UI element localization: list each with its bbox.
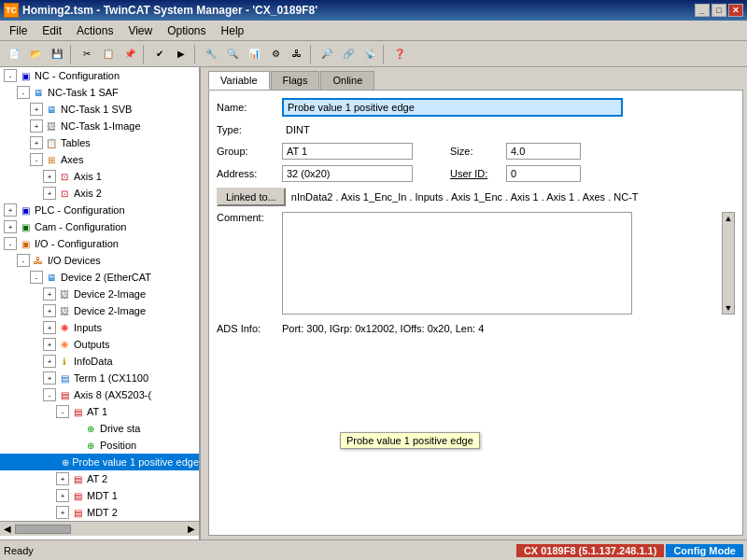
name-input[interactable] <box>282 98 623 117</box>
expander-io-devices[interactable]: - <box>17 254 30 267</box>
type-value: DINT <box>282 122 314 137</box>
right-panel: Variable Flags Online Name: Type: DINT <box>204 67 747 539</box>
maximize-button[interactable]: □ <box>712 4 726 17</box>
tree-item-device2-image1[interactable]: + 🖼 Device 2-Image <box>0 286 199 302</box>
address-input[interactable] <box>282 165 413 182</box>
hscroll-right-btn[interactable]: ▶ <box>184 524 199 534</box>
tree-item-nc-task1-svb[interactable]: + 🖥 NC-Task 1 SVB <box>0 101 199 118</box>
expander-nc-config[interactable]: - <box>4 69 17 82</box>
expander-infodata[interactable]: + <box>43 355 56 368</box>
expander-mdt2[interactable]: + <box>56 506 69 519</box>
comment-scrollbar[interactable]: ▲ ▼ <box>722 212 735 315</box>
expander-tables[interactable]: + <box>30 136 43 149</box>
expander-inputs[interactable]: + <box>43 321 56 334</box>
expander-axis8[interactable]: - <box>43 388 56 401</box>
open-btn[interactable]: 📂 <box>25 44 46 64</box>
expander-nc-task1-image[interactable]: + <box>30 119 43 133</box>
tree-hscrollbar[interactable]: ◀ ▶ <box>0 521 199 536</box>
expander-device2-image1[interactable]: + <box>43 287 56 301</box>
expander-axes[interactable]: - <box>30 153 43 166</box>
tb9[interactable]: 📊 <box>244 44 264 64</box>
expander-device2-image2[interactable]: + <box>43 304 56 317</box>
close-button[interactable]: ✕ <box>728 4 743 17</box>
tree-item-device2[interactable]: - 🖥 Device 2 (EtherCAT <box>0 269 199 286</box>
tree-item-cam-config[interactable]: + ▣ Cam - Configuration <box>0 218 199 235</box>
hscroll-left-btn[interactable]: ◀ <box>0 524 15 534</box>
tree-item-plc-config[interactable]: + ▣ PLC - Configuration <box>0 202 199 218</box>
tree-item-at2[interactable]: + ▤ AT 2 <box>0 470 199 487</box>
tree-item-at1[interactable]: - ▤ AT 1 <box>0 403 199 420</box>
comment-textarea[interactable] <box>282 212 632 315</box>
tree-item-position[interactable]: + ⊕ Position <box>0 437 199 454</box>
tree-item-io-config[interactable]: - ▣ I/O - Configuration <box>0 235 199 252</box>
paste-btn[interactable]: 📌 <box>120 44 140 64</box>
tree-item-probe-val[interactable]: + ⊕ Probe value 1 positive edge <box>0 454 199 470</box>
expander-at1[interactable]: - <box>56 405 69 418</box>
tree-item-mdt2[interactable]: + ▤ MDT 2 <box>0 504 199 521</box>
expander-axis1[interactable]: + <box>43 170 56 183</box>
cut-btn[interactable]: ✂ <box>77 44 97 64</box>
tree-item-nc-task1-saf[interactable]: - 🖥 NC-Task 1 SAF <box>0 84 199 101</box>
position-icon: ⊕ <box>83 438 98 453</box>
expander-at2[interactable]: + <box>56 472 69 485</box>
tree-item-axes[interactable]: - ⊞ Axes <box>0 151 199 168</box>
tree-item-io-devices[interactable]: - 🖧 I/O Devices <box>0 252 199 269</box>
scroll-down-btn[interactable]: ▼ <box>725 303 733 313</box>
tab-variable[interactable]: Variable <box>208 71 270 90</box>
expander-cam-config[interactable]: + <box>4 220 17 233</box>
tree-item-outputs[interactable]: + ❋ Outputs <box>0 336 199 353</box>
menu-options[interactable]: Options <box>160 22 213 39</box>
tree-item-term1[interactable]: + ▤ Term 1 (CX1100 <box>0 370 199 386</box>
tree-item-infodata[interactable]: + ℹ InfoData <box>0 353 199 370</box>
userid-input[interactable] <box>506 165 581 182</box>
tb11[interactable]: 🖧 <box>287 44 307 64</box>
tab-flags[interactable]: Flags <box>271 71 320 90</box>
drive-sta-icon: ⊕ <box>83 421 98 436</box>
menu-help[interactable]: Help <box>214 22 252 39</box>
tree-item-axis1[interactable]: + ⊡ Axis 1 <box>0 168 199 185</box>
linked-to-button[interactable]: Linked to... <box>217 188 286 206</box>
expander-io-config[interactable]: - <box>4 237 17 250</box>
minimize-button[interactable]: _ <box>695 4 710 17</box>
group-input[interactable] <box>282 143 413 160</box>
hscroll-thumb[interactable] <box>15 525 71 534</box>
tb8[interactable]: 🔍 <box>222 44 243 64</box>
expander-nc-task1-svb[interactable]: + <box>30 103 43 116</box>
tree-item-nc-task1-image[interactable]: + 🖼 NC-Task 1-Image <box>0 118 199 134</box>
tree-item-mdt1[interactable]: + ▤ MDT 1 <box>0 487 199 504</box>
tb13[interactable]: 🔗 <box>338 44 359 64</box>
tb7[interactable]: 🔧 <box>201 44 221 64</box>
tb12[interactable]: 🔎 <box>317 44 337 64</box>
tree-item-device2-image2[interactable]: + 🖼 Device 2-Image <box>0 302 199 319</box>
activate-btn[interactable]: ▶ <box>171 44 191 64</box>
expander-mdt1[interactable]: + <box>56 489 69 502</box>
expander-nc-task1-saf[interactable]: - <box>17 86 30 99</box>
tree-item-inputs[interactable]: + ❋ Inputs <box>0 319 199 336</box>
tab-online[interactable]: Online <box>320 71 374 90</box>
menu-view[interactable]: View <box>120 22 160 39</box>
expander-term1[interactable]: + <box>43 371 56 385</box>
menu-file[interactable]: File <box>2 22 35 39</box>
expander-device2[interactable]: - <box>30 271 43 284</box>
tb14[interactable]: 📡 <box>359 44 380 64</box>
tree-item-nc-config[interactable]: - ▣ NC - Configuration <box>0 67 199 84</box>
save-btn[interactable]: 💾 <box>47 44 67 64</box>
menu-edit[interactable]: Edit <box>35 22 69 39</box>
scroll-up-btn[interactable]: ▲ <box>725 214 733 223</box>
axes-icon: ⊞ <box>44 152 59 167</box>
check-btn[interactable]: ✔ <box>149 44 170 64</box>
copy-btn[interactable]: 📋 <box>98 44 119 64</box>
tree-item-tables[interactable]: + 📋 Tables <box>0 134 199 151</box>
task-svb-icon: 🖥 <box>44 102 59 117</box>
expander-axis2[interactable]: + <box>43 187 56 200</box>
size-input[interactable] <box>506 143 581 160</box>
tb15[interactable]: ❓ <box>389 44 410 64</box>
new-btn[interactable]: 📄 <box>4 44 24 64</box>
expander-outputs[interactable]: + <box>43 338 56 351</box>
tb10[interactable]: ⚙ <box>265 44 286 64</box>
menu-actions[interactable]: Actions <box>69 22 120 39</box>
tree-item-axis8[interactable]: - ▤ Axis 8 (AX5203-( <box>0 386 199 403</box>
tree-item-drive-sta[interactable]: + ⊕ Drive sta <box>0 420 199 437</box>
tree-item-axis2[interactable]: + ⊡ Axis 2 <box>0 185 199 202</box>
expander-plc-config[interactable]: + <box>4 203 17 217</box>
